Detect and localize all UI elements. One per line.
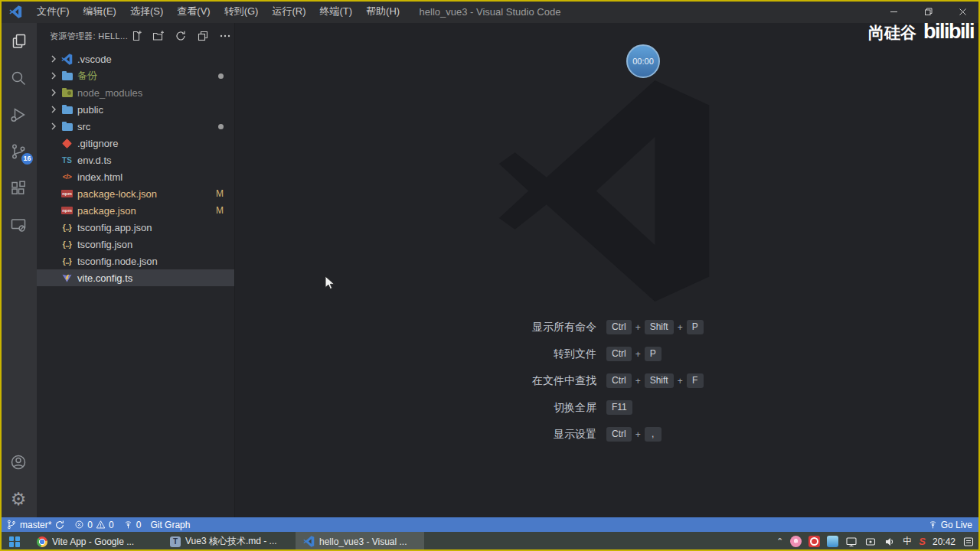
warning-count: 0 [109,520,114,530]
ime-indicator[interactable]: 中 [903,535,912,548]
refresh-button[interactable] [172,28,189,44]
file-name: tsconfig.json [77,239,132,250]
file-name: package.json [77,205,136,217]
chevron-right-icon [47,70,60,82]
source-control-badge: 16 [21,153,33,165]
search-tab[interactable] [0,60,37,96]
brand-chinese: 尚硅谷 [868,22,916,44]
menu-item-7[interactable]: 帮助(H) [359,5,407,18]
chevron-right-icon [47,255,60,267]
menu-item-0[interactable]: 文件(F) [30,5,77,18]
ports-status[interactable]: 0 [123,520,142,530]
kbd-key: P [687,320,704,334]
more-actions-button[interactable] [217,28,234,44]
menu-item-4[interactable]: 转到(G) [217,5,266,18]
file-row[interactable]: {..} tsconfig.app.json [37,219,234,236]
taskbar-task[interactable]: Vite App - Google ... [29,532,158,551]
file-type-icon: {..} [60,255,74,267]
new-file-button[interactable] [128,28,145,44]
file-row[interactable]: src [37,118,234,135]
problems-status[interactable]: 0 0 [74,520,113,530]
file-row[interactable]: node_modules [37,84,234,101]
sogou-icon[interactable]: S [919,536,926,547]
recording-timer: 00:00 [626,44,660,78]
file-row[interactable]: public [37,101,234,118]
branch-name: master* [20,520,51,530]
shortcut-keys: Ctrl+P [606,347,786,361]
chevron-right-icon [47,272,60,284]
collapse-folders-button[interactable] [194,28,211,44]
file-type-icon: </> [60,171,74,183]
shortcut-hints: 显示所有命令 Ctrl+Shift+P 转到文件 Ctrl+P 在文件中查找 C… [426,314,786,448]
taskbar-task[interactable]: hello_vue3 - Visual ... [296,532,424,551]
file-name: index.html [77,171,122,183]
tray-device-icon[interactable] [864,536,877,548]
extensions-tab[interactable] [0,170,37,207]
bilibili-logo: bilibili [923,20,974,44]
task-label: hello_vue3 - Visual ... [319,536,407,547]
taskbar-task[interactable]: T Vue3 核心技术.md - ... [162,532,291,551]
tray-app-pink-icon[interactable] [790,536,802,547]
shortcut-keys: F11 [606,400,786,415]
new-file-icon [130,30,142,42]
shortcut-row: 显示设置 Ctrl+, [426,421,786,448]
account-button[interactable] [0,444,37,481]
chevron-right-icon [47,137,60,149]
menu-item-1[interactable]: 编辑(E) [77,5,123,18]
file-git-badge: M [216,205,234,216]
tray-expand-button[interactable]: ⌃ [776,536,783,546]
file-type-icon [60,120,74,132]
git-branch-status[interactable]: master* [6,519,65,530]
settings-button[interactable]: ⚙ [0,481,37,517]
git-graph-button[interactable]: Git Graph [150,520,190,530]
file-type-icon: {..} [60,238,74,250]
tray-app-blue-icon[interactable] [827,536,838,547]
chevron-right-icon [47,221,60,233]
system-tray: ⌃ 中 S 20:42 [776,535,980,548]
start-button[interactable] [0,532,29,551]
account-icon [9,453,28,471]
file-type-icon [60,70,74,82]
file-row[interactable]: .gitignore [37,135,234,152]
file-type-icon [60,272,74,284]
tray-display-icon[interactable] [845,536,858,548]
taskbar-clock[interactable]: 20:42 [933,536,956,547]
run-debug-tab[interactable] [0,96,37,133]
explorer-tab[interactable] [0,23,37,60]
file-row[interactable]: 备份 [37,67,234,84]
titlebar: 文件(F)编辑(E)选择(S)查看(V)转到(G)运行(R)终端(T)帮助(H)… [0,0,980,23]
menu-item-2[interactable]: 选择(S) [123,5,170,18]
file-row[interactable]: npm package.json M [37,202,234,219]
brand-watermark: 尚硅谷 bilibili [868,20,974,44]
collapse-all-icon [197,30,209,42]
menu-item-5[interactable]: 运行(R) [265,5,312,18]
file-row[interactable]: </> index.html [37,168,234,185]
volume-icon[interactable] [884,536,896,548]
ports-count: 0 [136,520,142,530]
desktop: 文件(F)编辑(E)选择(S)查看(V)转到(G)运行(R)终端(T)帮助(H)… [0,0,980,551]
file-type-icon [60,103,74,116]
file-row[interactable]: {..} tsconfig.json [37,236,234,253]
file-row[interactable]: {..} tsconfig.node.json [37,253,234,269]
file-row[interactable]: npm package-lock.json M [37,185,234,202]
notifications-icon[interactable] [962,536,975,548]
kbd-key: Ctrl [606,320,632,334]
menu-item-3[interactable]: 查看(V) [170,5,217,18]
file-name: package-lock.json [77,188,157,200]
go-live-button[interactable]: Go Live [928,520,972,530]
remote-explorer-tab[interactable] [0,207,37,243]
file-row[interactable]: TS env.d.ts [37,152,234,168]
task-app-icon: T [170,536,181,547]
kbd-key: Ctrl [606,373,632,388]
files-icon [10,32,28,51]
new-folder-button[interactable] [150,28,167,44]
file-row[interactable]: .vscode [37,51,234,67]
shortcut-keys: Ctrl+Shift+P [606,320,786,334]
menu-item-6[interactable]: 终端(T) [312,5,359,18]
file-row[interactable]: vite.config.ts [37,269,234,286]
kbd-key: Ctrl [606,427,632,442]
tray-app-record-icon[interactable] [808,536,820,547]
source-control-tab[interactable]: 16 [0,133,37,170]
gear-icon: ⚙ [11,491,27,508]
file-type-icon: {..} [60,221,74,233]
